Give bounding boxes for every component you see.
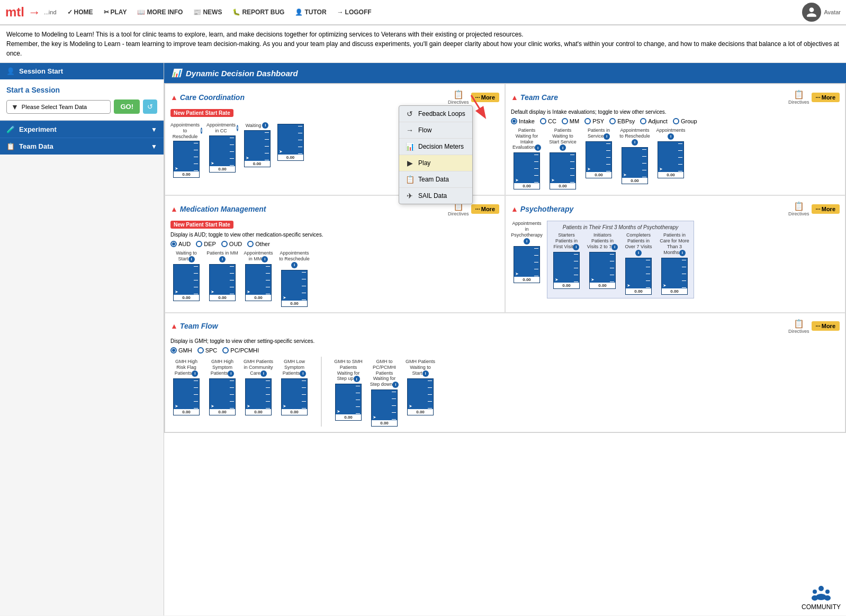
info-icon[interactable]: i: [635, 250, 642, 256]
experiment-icon: 🧪: [6, 125, 15, 133]
mm-radio-aud[interactable]: AUD: [170, 241, 191, 247]
gauge-chart: ➤0.00: [586, 141, 612, 178]
avatar-area[interactable]: Avatar: [802, 3, 841, 22]
tc-radio-group-opt[interactable]: Group: [673, 118, 697, 124]
dropdown-feedback-loops[interactable]: ↺ Feedback Loops: [399, 106, 472, 122]
sidebar: 👤 Session Start Start a Session ▼ Please…: [0, 63, 164, 615]
directives-icon: 📋: [794, 89, 804, 99]
info-icon[interactable]: i: [291, 262, 298, 268]
session-start-header: 👤 Session Start: [0, 63, 164, 79]
nav-logoff[interactable]: → LOGOFF: [333, 6, 376, 18]
mm-radio-oud[interactable]: OUD: [221, 241, 242, 247]
team-data-section[interactable]: 📋 Team Data ▼: [0, 138, 164, 155]
cc-more-button[interactable]: ···More: [471, 93, 499, 102]
tc-radio-psy[interactable]: PSY: [584, 118, 604, 124]
experiment-section[interactable]: 🧪 Experiment ▼: [0, 121, 164, 138]
info-icon[interactable]: i: [524, 238, 530, 244]
avatar: [802, 3, 821, 22]
session-controls: ▼ Please Select Team Data GO! ↺: [6, 99, 157, 114]
logo-arrow: →: [24, 5, 41, 19]
psy-more-button[interactable]: ···More: [812, 204, 840, 214]
tc-directives-button[interactable]: 📋 Directives: [788, 89, 809, 105]
psychotherapy-section: ▲ Psychotherapy 📋 Directives ···More: [505, 195, 845, 313]
mm-radio-other[interactable]: Other: [247, 241, 270, 247]
dropdown-play[interactable]: ▶ Play: [399, 155, 472, 171]
welcome-line2: Remember, the key is Modeling to Learn -…: [6, 39, 840, 58]
info-icon[interactable]: i: [228, 370, 234, 377]
nav-report-bug[interactable]: 🐛 REPORT BUG: [228, 6, 289, 18]
tf-triangle-icon: ▲: [170, 322, 178, 330]
sail-icon: ✈: [406, 192, 414, 200]
dropdown-decision-meters[interactable]: 📊 Decision Meters: [399, 139, 472, 155]
tc-radio-intake[interactable]: Intake: [511, 118, 535, 124]
community-button[interactable]: COMMUNITY: [802, 582, 841, 611]
info-icon[interactable]: i: [262, 122, 268, 129]
mm-npsr-badge: New Patient Start Rate: [170, 221, 233, 229]
tf-radio-gmh[interactable]: GMH: [170, 347, 192, 354]
gauge-tc-4: Appointmentsi ➤0.00: [655, 128, 687, 189]
cc-title: Care Coordination: [180, 93, 245, 102]
tf-more-button[interactable]: ···More: [812, 321, 840, 331]
tc-radio-ebpsy[interactable]: EBPsy: [609, 118, 635, 124]
tc-radio-cc[interactable]: CC: [540, 118, 556, 124]
gauge-chart: ➤ 0.00: [209, 135, 236, 173]
nav-play[interactable]: ✂ PLAY: [100, 6, 131, 18]
tc-radio-mm[interactable]: MM: [562, 118, 579, 124]
cc-directives-button[interactable]: 📋 Directives: [448, 89, 469, 105]
info-icon[interactable]: i: [560, 144, 566, 151]
mm-radio-dep[interactable]: DEP: [196, 241, 216, 247]
nav-news[interactable]: 📰 NEWS: [189, 6, 226, 18]
mm-more-button[interactable]: ···More: [471, 204, 499, 214]
info-icon[interactable]: i: [611, 244, 618, 250]
gauge-cc-appt-in-cc: Appointments in CC i ➤ 0.00: [206, 122, 238, 178]
info-icon[interactable]: i: [262, 256, 268, 262]
info-icon[interactable]: i: [632, 139, 638, 146]
dropdown-sail-data[interactable]: ✈ SAIL Data: [399, 188, 472, 204]
tf-radio-spc[interactable]: SPC: [197, 347, 218, 354]
gauge-tf-l1: GMH High Symptom Patientsi ➤0.00: [206, 359, 238, 427]
info-icon[interactable]: i: [237, 125, 238, 131]
tf-gauges-right: GMH to SMH Patients Waiting for Step upi…: [332, 359, 436, 427]
gauge-tf-l3: GMH Low Symptom Patientsi ➤0.00: [278, 359, 310, 427]
info-icon[interactable]: i: [392, 382, 399, 388]
info-icon[interactable]: i: [535, 144, 541, 151]
gauge-chart: ➤0.00: [245, 264, 272, 301]
tf-radio-pcpcmhi[interactable]: PC/PCMHI: [222, 347, 259, 354]
info-icon[interactable]: i: [201, 128, 202, 134]
info-icon[interactable]: i: [192, 370, 198, 377]
info-icon[interactable]: i: [260, 370, 267, 377]
tc-more-button[interactable]: ···More: [812, 93, 840, 102]
info-icon[interactable]: i: [422, 370, 429, 377]
dropdown-arrow-icon: ▼: [11, 103, 19, 111]
gauge-mm-3: Appointments to Reschedulei ➤0.00: [278, 250, 310, 307]
directives-icon: 📋: [794, 201, 804, 211]
info-icon[interactable]: i: [354, 376, 360, 382]
nav-more-info[interactable]: 📖 MORE INFO: [133, 6, 187, 18]
go-button[interactable]: GO!: [114, 99, 140, 114]
reset-button[interactable]: ↺: [143, 99, 157, 114]
info-icon[interactable]: i: [300, 370, 306, 377]
dropdown-flow[interactable]: → Flow: [399, 122, 472, 139]
team-select-dropdown[interactable]: ▼ Please Select Team Data: [6, 100, 111, 114]
info-icon[interactable]: i: [679, 250, 686, 256]
nav-tutor[interactable]: 👤 TUTOR: [291, 6, 330, 18]
dropdown-team-data[interactable]: 📋 Team Data: [399, 171, 472, 188]
dashboard: 📊 Dynamic Decision Dashboard ▲ Care Coor…: [164, 63, 846, 615]
psy-directives-button[interactable]: 📋 Directives: [788, 201, 809, 216]
decision-meters-icon: 📊: [406, 142, 414, 151]
welcome-line1: Welcome to Modeling to Learn! This is a …: [6, 30, 840, 39]
gauge-mm-0: Waiting to Starti ➤0.00: [170, 250, 202, 307]
info-icon[interactable]: i: [573, 244, 579, 250]
info-icon[interactable]: i: [188, 256, 195, 262]
info-icon[interactable]: i: [219, 256, 226, 262]
info-icon[interactable]: i: [668, 133, 674, 140]
nav-home[interactable]: ✓ HOME: [63, 6, 97, 18]
gauge-tc-3: Appointments to Reschedulei ➤0.00: [619, 128, 651, 189]
gauge-chart: ➤0.00: [245, 378, 272, 415]
info-icon[interactable]: i: [604, 133, 610, 140]
gauge-chart: ➤0.00: [335, 384, 362, 421]
cc-triangle-icon: ▲: [170, 93, 178, 102]
tf-directives-button[interactable]: 📋 Directives: [788, 319, 809, 334]
team-care-section: ▲ Team Care 📋 Directives ···More Default…: [505, 84, 845, 195]
tc-radio-adjunct[interactable]: Adjunct: [640, 118, 668, 124]
